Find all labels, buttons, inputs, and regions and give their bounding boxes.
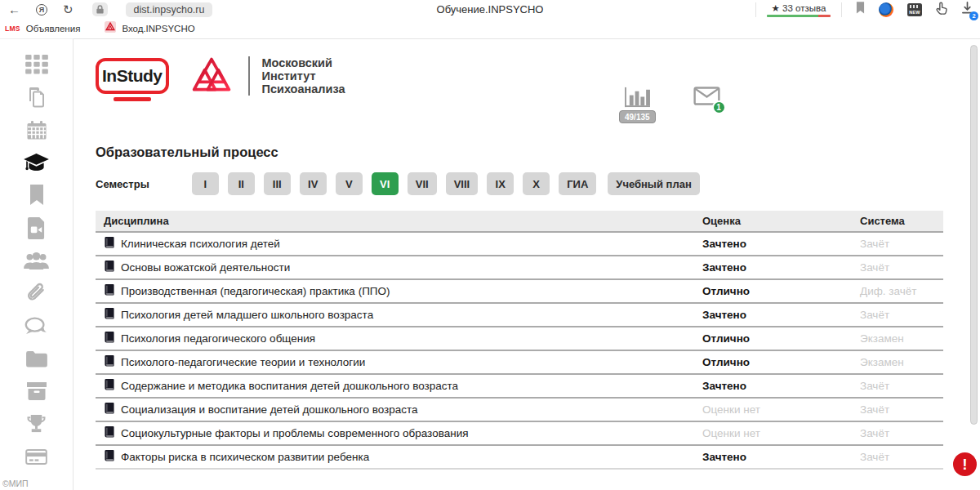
chat-icon bbox=[24, 317, 48, 339]
grade-cell: Зачтено bbox=[702, 374, 860, 398]
sidebar-item-payments[interactable] bbox=[17, 442, 56, 474]
table-row: Психология детей младшего школьного возр… bbox=[96, 303, 943, 327]
curriculum-plan-button[interactable]: Учебный план bbox=[608, 172, 699, 195]
grade-cell: Зачтено bbox=[702, 232, 860, 256]
sidebar-item-files[interactable] bbox=[17, 344, 56, 376]
discipline-link[interactable]: Содержание и методика воспитания детей д… bbox=[104, 379, 702, 394]
lock-icon[interactable] bbox=[92, 2, 108, 16]
trophy-icon bbox=[26, 414, 47, 438]
table-header-row: Дисциплина Оценка Система bbox=[96, 211, 943, 232]
semester-button-II[interactable]: II bbox=[228, 172, 255, 195]
sidebar-item-achievements[interactable] bbox=[17, 409, 56, 442]
graduation-cap-icon bbox=[23, 153, 50, 176]
discipline-name: Социокультурные факторы и проблемы совре… bbox=[121, 427, 468, 439]
column-system: Система bbox=[860, 211, 943, 232]
grade-cell: Зачтено bbox=[702, 256, 860, 279]
table-row: Производственная (педагогическая) практи… bbox=[96, 279, 943, 303]
refresh-icon[interactable]: ↻ bbox=[63, 3, 74, 16]
semester-button-VIII[interactable]: VIII bbox=[446, 172, 479, 195]
scrollbar[interactable] bbox=[970, 45, 978, 425]
book-icon bbox=[104, 355, 114, 370]
semesters-label: Семестры bbox=[96, 178, 149, 190]
instudy-logo[interactable]: InStudy bbox=[96, 58, 169, 94]
discipline-name: Факторы риска в психическом развитии реб… bbox=[121, 451, 369, 463]
column-discipline: Дисциплина bbox=[96, 211, 702, 232]
book-icon bbox=[104, 450, 114, 465]
bookmark-announcements[interactable]: LMS Объявления bbox=[5, 24, 80, 33]
sidebar-item-documents[interactable] bbox=[17, 82, 56, 115]
discipline-name: Производственная (педагогическая) практи… bbox=[121, 285, 390, 297]
discipline-name: Клиническая психология детей bbox=[121, 238, 280, 250]
discipline-link[interactable]: Основы вожатской деятельности bbox=[104, 261, 702, 275]
semester-button-ГИА[interactable]: ГИА bbox=[559, 172, 596, 195]
book-icon bbox=[104, 332, 114, 346]
discipline-link[interactable]: Факторы риска в психическом развитии реб… bbox=[104, 450, 702, 465]
address-bar[interactable]: dist.inpsycho.ru bbox=[126, 2, 213, 17]
main-content: InStudy Московский Институт bbox=[74, 38, 980, 490]
disciplines-body: Клиническая психология детейЗачтеноЗачёт… bbox=[96, 232, 943, 469]
hand-pointer-icon[interactable] bbox=[936, 2, 947, 18]
institute-name: Московский Институт Психоанализа bbox=[262, 56, 345, 96]
grade-cell: Отлично bbox=[702, 327, 860, 350]
bookmark-inpsycho-login[interactable]: Вход.INPSYCHO bbox=[105, 21, 194, 36]
semester-button-V[interactable]: V bbox=[336, 172, 363, 195]
profile-avatar[interactable] bbox=[879, 2, 893, 17]
discipline-link[interactable]: Производственная (педагогическая) практи… bbox=[104, 284, 702, 299]
system-cell: Зачёт bbox=[860, 303, 943, 327]
system-cell: Диф. зачёт bbox=[860, 279, 943, 303]
browser-menu-icon[interactable]: Я bbox=[36, 4, 47, 16]
table-row: Психолого-педагогические теории и технол… bbox=[96, 350, 943, 374]
system-cell: Экзамен bbox=[860, 350, 943, 374]
system-cell: Зачёт bbox=[860, 421, 943, 445]
video-file-icon bbox=[27, 217, 46, 243]
mail-widget[interactable]: 1 bbox=[693, 87, 720, 109]
progress-widget[interactable]: 49/135 bbox=[619, 85, 656, 123]
extension-new-icon[interactable]: NEW bbox=[907, 3, 922, 16]
rating-bar bbox=[767, 15, 831, 17]
reviews-widget[interactable]: ★ 33 отзыва bbox=[755, 2, 842, 17]
sidebar-item-video[interactable] bbox=[17, 213, 56, 246]
downloads-icon[interactable]: 2 bbox=[961, 2, 973, 17]
system-cell: Зачёт bbox=[860, 256, 943, 279]
sidebar-item-attachments[interactable] bbox=[17, 278, 56, 311]
discipline-name: Психолого-педагогические теории и технол… bbox=[121, 356, 365, 368]
sidebar-item-archive[interactable] bbox=[17, 376, 56, 409]
discipline-link[interactable]: Клиническая психология детей bbox=[104, 237, 702, 252]
extension-dots bbox=[910, 5, 920, 8]
discipline-link[interactable]: Социализация и воспитание детей дошкольн… bbox=[104, 403, 702, 417]
semester-button-IX[interactable]: IX bbox=[487, 172, 514, 195]
semester-button-VII[interactable]: VII bbox=[408, 172, 437, 195]
mip-triangles-icon bbox=[190, 56, 233, 96]
sidebar-item-education[interactable] bbox=[17, 148, 56, 180]
discipline-link[interactable]: Психология детей младшего школьного возр… bbox=[104, 308, 702, 323]
discipline-link[interactable]: Психология педагогического общения bbox=[104, 332, 702, 346]
grade-cell: Зачтено bbox=[702, 445, 860, 469]
mip-logo[interactable] bbox=[190, 56, 233, 96]
archive-icon bbox=[26, 381, 47, 404]
semester-button-IV[interactable]: IV bbox=[300, 172, 327, 195]
page-title: Образовательный процесс bbox=[96, 145, 980, 160]
sidebar-item-people[interactable] bbox=[17, 246, 56, 278]
alert-notification-button[interactable]: ! bbox=[953, 452, 977, 476]
sidebar-item-messages[interactable] bbox=[17, 311, 56, 344]
semester-button-I[interactable]: I bbox=[192, 172, 219, 195]
semester-button-III[interactable]: III bbox=[264, 172, 291, 195]
calendar-icon bbox=[26, 119, 47, 144]
sidebar-item-apps[interactable] bbox=[17, 50, 56, 82]
sidebar-item-bookmarks[interactable] bbox=[17, 180, 56, 213]
discipline-link[interactable]: Психолого-педагогические теории и технол… bbox=[104, 355, 702, 370]
browser-toolbar: ← Я ↻ dist.inpsycho.ru Обучение.INPSYCHO… bbox=[0, 0, 980, 19]
users-icon bbox=[24, 252, 49, 274]
back-icon[interactable]: ← bbox=[8, 3, 20, 16]
bookmark-flag-icon[interactable] bbox=[856, 2, 865, 17]
disciplines-table: Дисциплина Оценка Система Клиническая пс… bbox=[96, 211, 943, 470]
copyright: ©МИП bbox=[2, 479, 29, 488]
discipline-link[interactable]: Социокультурные факторы и проблемы совре… bbox=[104, 426, 702, 441]
grade-cell: Отлично bbox=[702, 350, 860, 374]
book-icon bbox=[104, 426, 114, 441]
book-icon bbox=[104, 237, 114, 252]
semester-button-VI[interactable]: VI bbox=[372, 172, 399, 195]
sidebar-item-calendar[interactable] bbox=[17, 115, 56, 148]
semester-button-X[interactable]: X bbox=[523, 172, 550, 195]
system-cell: Зачёт bbox=[860, 374, 943, 398]
